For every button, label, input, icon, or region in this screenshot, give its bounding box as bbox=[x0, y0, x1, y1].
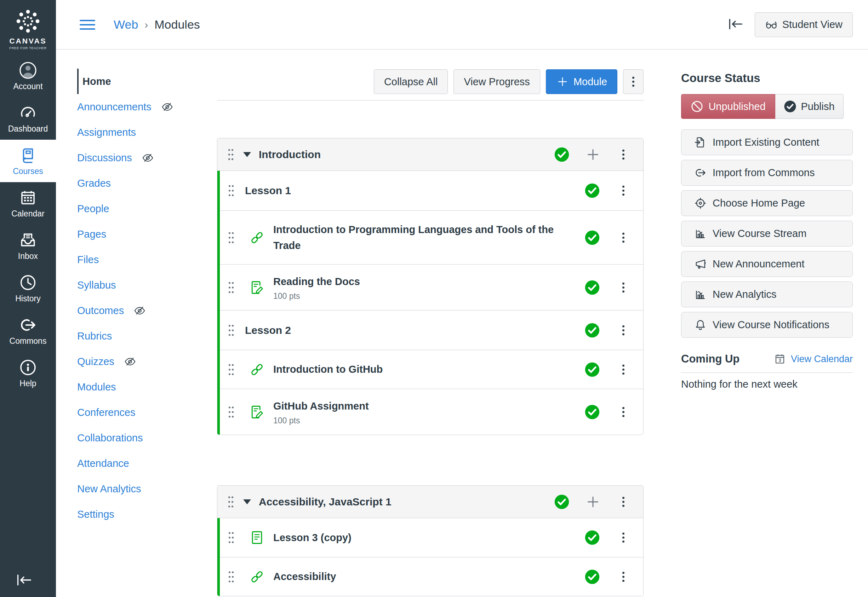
item-title-link[interactable]: Introduction to Programming Languages an… bbox=[273, 222, 574, 254]
course-nav-pages[interactable]: Pages bbox=[77, 221, 217, 247]
module-options-button[interactable] bbox=[616, 147, 630, 162]
published-check-icon[interactable] bbox=[584, 280, 600, 295]
published-check-icon[interactable] bbox=[584, 404, 600, 420]
course-nav-files[interactable]: Files bbox=[77, 247, 217, 272]
kebab-icon bbox=[626, 75, 640, 89]
unpublished-button[interactable]: Unpublished bbox=[681, 94, 775, 119]
add-module-button[interactable]: Module bbox=[546, 69, 617, 94]
breadcrumb-course-link[interactable]: Web bbox=[114, 18, 138, 31]
course-nav-discussions[interactable]: Discussions bbox=[77, 145, 217, 171]
course-nav-people-label: People bbox=[77, 203, 109, 215]
global-nav-inbox[interactable]: Inbox bbox=[0, 224, 56, 267]
course-nav-announcements[interactable]: Announcements bbox=[77, 94, 217, 120]
item-options-button[interactable] bbox=[616, 405, 630, 419]
course-nav-people[interactable]: People bbox=[77, 196, 217, 221]
item-title-link[interactable]: Accessibility bbox=[273, 569, 336, 585]
global-nav-dashboard[interactable]: Dashboard bbox=[0, 97, 56, 140]
item-options-button[interactable] bbox=[616, 570, 630, 584]
drag-handle-icon[interactable] bbox=[226, 495, 235, 509]
collapse-sidebar-button[interactable] bbox=[727, 16, 745, 33]
collapse-left-icon bbox=[727, 16, 745, 31]
global-nav-commons[interactable]: Commons bbox=[0, 309, 56, 352]
chevron-down-icon[interactable] bbox=[243, 152, 251, 157]
view-course-notifications-button[interactable]: View Course Notifications bbox=[681, 312, 853, 338]
drag-handle-icon[interactable] bbox=[226, 230, 236, 245]
published-check-icon[interactable] bbox=[584, 322, 600, 338]
view-calendar-link[interactable]: View Calendar bbox=[791, 353, 853, 365]
course-nav-home[interactable]: Home bbox=[77, 68, 217, 94]
global-nav-help[interactable]: Help bbox=[0, 352, 56, 394]
item-options-button[interactable] bbox=[616, 323, 630, 337]
add-item-button[interactable] bbox=[585, 147, 601, 162]
modules-options-button[interactable] bbox=[623, 69, 643, 94]
student-view-button[interactable]: Student View bbox=[755, 12, 853, 37]
module-options-button[interactable] bbox=[616, 495, 630, 509]
published-check-icon[interactable] bbox=[584, 362, 600, 377]
course-nav-modules[interactable]: Modules bbox=[77, 374, 217, 399]
drag-handle-icon[interactable] bbox=[226, 570, 236, 584]
course-nav-rubrics[interactable]: Rubrics bbox=[77, 323, 217, 349]
course-nav-syllabus[interactable]: Syllabus bbox=[77, 272, 217, 298]
drag-handle-icon[interactable] bbox=[226, 362, 236, 377]
collapse-all-button[interactable]: Collapse All bbox=[374, 69, 448, 94]
course-nav-collaborations[interactable]: Collaborations bbox=[77, 425, 217, 451]
published-check-icon[interactable] bbox=[554, 494, 570, 509]
breadcrumb-current-page: Modules bbox=[154, 18, 200, 31]
course-nav-assignments[interactable]: Assignments bbox=[77, 120, 217, 145]
new-analytics-label: New Analytics bbox=[713, 289, 777, 300]
canvas-logo[interactable]: CANVAS FREE FOR TEACHER bbox=[0, 0, 56, 55]
drag-handle-icon[interactable] bbox=[226, 281, 236, 295]
item-text: GitHub Assignment 100 pts bbox=[273, 398, 369, 425]
item-title-link[interactable]: GitHub Assignment bbox=[273, 398, 369, 414]
view-course-stream-button[interactable]: View Course Stream bbox=[681, 221, 853, 247]
item-options-button[interactable] bbox=[616, 362, 630, 377]
global-nav-calendar[interactable]: Calendar bbox=[0, 182, 56, 224]
drag-handle-icon[interactable] bbox=[226, 530, 236, 545]
chevron-down-icon[interactable] bbox=[243, 499, 251, 504]
item-title-link[interactable]: Introduction to GitHub bbox=[273, 361, 383, 377]
page: Web › Modules Student View Home Announce… bbox=[56, 0, 868, 597]
module-item-row: Lesson 3 (copy) bbox=[220, 518, 643, 557]
item-title-link[interactable]: Reading the Docs bbox=[273, 274, 360, 290]
drag-handle-icon[interactable] bbox=[226, 405, 236, 419]
course-nav-quizzes[interactable]: Quizzes bbox=[77, 349, 217, 374]
course-nav-new-analytics[interactable]: New Analytics bbox=[77, 476, 217, 502]
drag-handle-icon[interactable] bbox=[226, 184, 236, 198]
choose-home-page-button[interactable]: Choose Home Page bbox=[681, 190, 853, 216]
publish-button[interactable]: Publish bbox=[775, 94, 844, 119]
published-check-icon[interactable] bbox=[584, 230, 600, 245]
item-title-link[interactable]: Lesson 3 (copy) bbox=[273, 530, 351, 546]
global-nav-courses[interactable]: Courses bbox=[0, 140, 56, 182]
course-nav-settings[interactable]: Settings bbox=[77, 502, 217, 527]
view-progress-button[interactable]: View Progress bbox=[454, 69, 540, 94]
inbox-icon bbox=[19, 231, 37, 249]
course-nav-grades[interactable]: Grades bbox=[77, 171, 217, 196]
global-nav-history[interactable]: History bbox=[0, 267, 56, 309]
row-controls bbox=[584, 183, 630, 198]
global-nav-account[interactable]: Account bbox=[0, 55, 56, 97]
hamburger-menu-icon[interactable] bbox=[80, 17, 95, 33]
global-nav-inbox-label: Inbox bbox=[0, 251, 56, 261]
drag-handle-icon[interactable] bbox=[226, 323, 236, 337]
global-nav-history-label: History bbox=[0, 294, 56, 303]
drag-handle-icon[interactable] bbox=[226, 147, 235, 162]
item-options-button[interactable] bbox=[616, 530, 630, 545]
import-existing-content-button[interactable]: Import Existing Content bbox=[681, 129, 853, 155]
course-nav-conferences[interactable]: Conferences bbox=[77, 399, 217, 425]
course-nav-outcomes[interactable]: Outcomes bbox=[77, 298, 217, 323]
published-check-icon[interactable] bbox=[584, 569, 600, 585]
item-options-button[interactable] bbox=[616, 184, 630, 198]
published-check-icon[interactable] bbox=[554, 147, 570, 162]
add-item-button[interactable] bbox=[585, 494, 601, 509]
global-nav-collapse-button[interactable] bbox=[14, 572, 34, 589]
course-nav-attendance[interactable]: Attendance bbox=[77, 451, 217, 476]
item-options-button[interactable] bbox=[616, 230, 630, 245]
published-check-icon[interactable] bbox=[584, 530, 600, 545]
new-analytics-button[interactable]: New Analytics bbox=[681, 282, 853, 307]
analytics-chart-icon bbox=[694, 227, 707, 240]
import-from-commons-button[interactable]: Import from Commons bbox=[681, 160, 853, 186]
published-check-icon[interactable] bbox=[584, 183, 600, 198]
item-options-button[interactable] bbox=[616, 281, 630, 295]
item-text: Introduction to Programming Languages an… bbox=[273, 222, 574, 254]
new-announcement-button[interactable]: New Announcement bbox=[681, 251, 853, 277]
